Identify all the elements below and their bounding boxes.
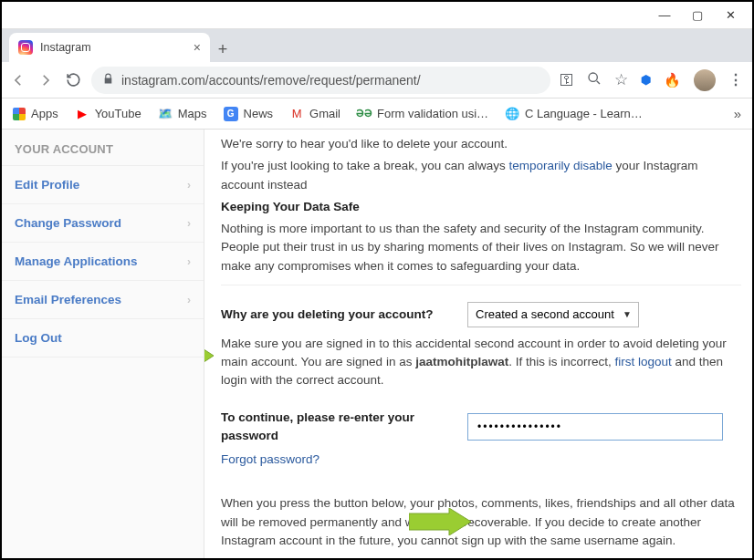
sidebar-item-log-out[interactable]: Log Out [2, 318, 204, 358]
bookmark-c-language[interactable]: 🌐C Language - Learn… [505, 107, 643, 121]
username-text: jaatmohitplawat [415, 355, 508, 368]
lock-icon [102, 73, 114, 88]
forward-button[interactable] [37, 71, 55, 89]
annotation-arrow-icon [204, 344, 215, 368]
toolbar-right: ⚿ ☆ ⬢ 🔥 ⋮ [560, 69, 745, 91]
data-safe-text: Nothing is more important to us than the… [221, 220, 741, 275]
chevron-right-icon: › [187, 255, 191, 268]
bookmark-gmail[interactable]: MGmail [289, 107, 340, 121]
tab-strip: Instagram × + [2, 29, 752, 62]
sidebar-item-manage-applications[interactable]: Manage Applications› [2, 242, 204, 280]
sidebar-item-change-password[interactable]: Change Password› [2, 203, 204, 242]
gmail-icon: M [289, 107, 304, 121]
sidebar-heading: YOUR ACCOUNT [2, 130, 204, 165]
youtube-icon: ▶ [75, 107, 89, 121]
kebab-menu-icon[interactable]: ⋮ [728, 71, 745, 88]
forgot-password-link[interactable]: Forgot password? [221, 452, 319, 466]
profile-avatar[interactable] [694, 69, 716, 91]
maps-icon: 🗺️ [158, 107, 173, 121]
apps-icon [13, 108, 26, 120]
why-deleting-label: Why are you deleting your account? [221, 306, 467, 324]
account-sidebar: YOUR ACCOUNT Edit Profile› Change Passwo… [2, 130, 204, 558]
svg-point-0 [589, 73, 597, 81]
key-icon[interactable]: ⚿ [560, 72, 574, 88]
divider [221, 285, 741, 285]
bookmark-youtube[interactable]: ▶YouTube [75, 107, 141, 121]
page-content: YOUR ACCOUNT Edit Profile› Change Passwo… [2, 130, 752, 558]
bookmark-maps[interactable]: 🗺️Maps [158, 107, 207, 121]
warning-text: When you press the button below, your ph… [221, 494, 741, 550]
window-minimize[interactable]: — [648, 5, 681, 26]
zoom-icon[interactable] [587, 71, 602, 89]
bookmark-apps[interactable]: Apps [13, 107, 58, 120]
signed-in-text: Make sure you are signed in to this acci… [221, 335, 741, 390]
chevron-right-icon: › [187, 217, 191, 230]
break-text: If you're just looking to take a break, … [221, 157, 741, 194]
window-maximize[interactable]: ▢ [681, 5, 714, 26]
password-input[interactable] [467, 413, 723, 441]
address-bar[interactable]: instagram.com/accounts/remove/request/pe… [91, 67, 550, 94]
sidebar-item-edit-profile[interactable]: Edit Profile› [2, 165, 204, 203]
password-row: To continue, please re-enter your passwo… [221, 409, 741, 446]
browser-tab-instagram[interactable]: Instagram × [9, 33, 210, 62]
reason-row: Why are you deleting your account? Creat… [221, 302, 741, 327]
reason-select[interactable]: Created a second account [467, 302, 639, 327]
sidebar-item-email-preferences[interactable]: Email Preferences› [2, 280, 204, 318]
reload-button[interactable] [64, 71, 82, 89]
temporarily-disable-link[interactable]: temporarily disable [509, 159, 613, 172]
chevron-right-icon: › [187, 179, 191, 192]
keeping-data-safe-heading: Keeping Your Data Safe [221, 198, 741, 216]
tab-title: Instagram [40, 41, 91, 54]
main-panel: We're sorry to hear you'd like to delete… [204, 130, 752, 558]
tab-close-icon[interactable]: × [194, 40, 201, 55]
flame-icon[interactable]: 🔥 [664, 72, 681, 88]
news-icon: G [224, 107, 238, 121]
chevron-right-icon: › [187, 294, 191, 306]
extension-icon[interactable]: ⬢ [641, 73, 651, 87]
instagram-icon [18, 40, 33, 55]
window-close[interactable]: ✕ [714, 5, 747, 26]
gfg-icon: ƏƏ [357, 107, 372, 121]
bookmarks-overflow-icon[interactable]: » [734, 106, 741, 121]
reason-select-wrap: Created a second account [467, 302, 639, 327]
first-logout-link[interactable]: first logout [614, 355, 671, 368]
sorry-text: We're sorry to hear you'd like to delete… [221, 135, 741, 153]
browser-toolbar: instagram.com/accounts/remove/request/pe… [2, 62, 752, 99]
new-tab-button[interactable]: + [210, 36, 236, 62]
back-button[interactable] [9, 71, 27, 89]
star-icon[interactable]: ☆ [614, 70, 628, 89]
svg-marker-1 [204, 344, 214, 368]
window-titlebar: — ▢ ✕ [2, 2, 752, 29]
globe-icon: 🌐 [505, 107, 519, 121]
password-label: To continue, please re-enter your passwo… [221, 409, 467, 446]
bookmarks-bar: Apps ▶YouTube 🗺️Maps GNews MGmail ƏƏForm… [2, 99, 752, 130]
bookmark-news[interactable]: GNews [224, 107, 274, 121]
url-text: instagram.com/accounts/remove/request/pe… [121, 73, 539, 88]
bookmark-form-validation[interactable]: ƏƏForm validation usi… [357, 107, 488, 121]
